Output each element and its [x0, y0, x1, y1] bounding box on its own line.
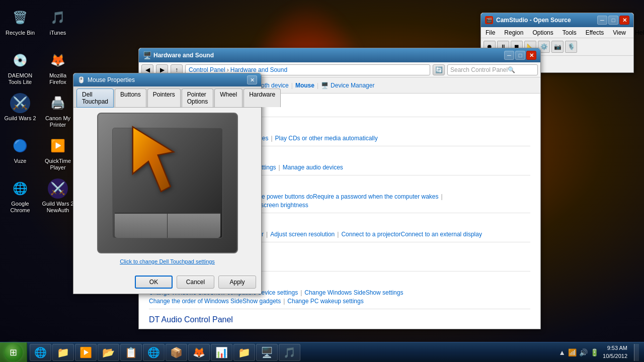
- cs-tool-camera[interactable]: 📷: [551, 41, 564, 53]
- tab-wheel[interactable]: Wheel: [214, 88, 243, 107]
- sideshow-sep-1: |: [300, 289, 302, 296]
- mouse-dialog-close-button[interactable]: ✕: [247, 75, 257, 84]
- tray-network-icon[interactable]: 📶: [568, 348, 577, 356]
- cs-menu-file[interactable]: File: [484, 28, 497, 37]
- guild-wars-icon[interactable]: ⚔️ Guild Wars 2: [3, 90, 38, 131]
- display-external-link[interactable]: Connect to an external display: [401, 231, 482, 238]
- itunes-icon[interactable]: 🎵 iTunes: [40, 5, 75, 45]
- touchpad-settings-link[interactable]: Click to change Dell Touchpad settings: [120, 258, 215, 264]
- breadcrumb-hardware-sound[interactable]: Hardware and Sound: [230, 66, 287, 73]
- taskbar-media[interactable]: ▶️: [75, 344, 97, 361]
- vuze-img: 🔵: [10, 136, 30, 156]
- chrome-icon[interactable]: 🌐 Google Chrome: [3, 176, 38, 216]
- taskbar-app5[interactable]: 📋: [120, 344, 142, 361]
- display-resolution-link[interactable]: Adjust screen resolution: [270, 231, 335, 238]
- taskbar-ie[interactable]: 🌐: [30, 344, 51, 361]
- touchpad-left-button[interactable]: [115, 214, 168, 238]
- camstudio-menu: File Region Options Tools Effects View H…: [481, 27, 633, 38]
- cs-tool-mic[interactable]: 🎙️: [565, 41, 577, 53]
- cs-menu-options[interactable]: Options: [530, 28, 555, 37]
- cs-menu-help[interactable]: Help: [633, 28, 644, 37]
- desktop-icons-container: 🗑️ Recycle Bin 🎵 iTunes 💿 DAEMON Tools L…: [3, 5, 75, 216]
- cs-menu-region[interactable]: Region: [502, 28, 525, 37]
- tab-dell-touchpad[interactable]: Dell Touchpad: [76, 88, 114, 108]
- mouse-properties-dialog: 🖱️ Mouse Properties ✕ Dell Touchpad Butt…: [73, 73, 262, 294]
- mouse-dialog-buttons: OK Cancel Apply: [135, 276, 256, 289]
- cs-menu-effects[interactable]: Effects: [584, 28, 606, 37]
- apply-button[interactable]: Apply: [218, 276, 256, 289]
- taskbar-folder2[interactable]: 📂: [98, 344, 119, 361]
- cp-title: Hardware and Sound: [153, 52, 214, 59]
- taskbar-firefox-tb[interactable]: 🦊: [188, 344, 210, 361]
- sideshow-settings-link[interactable]: Change Windows SideShow settings: [304, 289, 403, 296]
- sideshow-wakeup-link[interactable]: Change PC wakeup settings: [287, 298, 363, 305]
- canon-img: 🖨️: [48, 93, 68, 113]
- tab-pointers[interactable]: Pointers: [147, 88, 181, 107]
- breadcrumb-control-panel[interactable]: Control Panel: [189, 66, 225, 73]
- tab-buttons[interactable]: Buttons: [115, 88, 146, 107]
- touchpad-buttons: [115, 213, 220, 238]
- tab-hardware[interactable]: Hardware: [244, 88, 281, 107]
- cs-menu-view[interactable]: View: [611, 28, 628, 37]
- quicktime-icon[interactable]: ▶️ QuickTime Player: [40, 133, 75, 173]
- tab-pointer-options[interactable]: Pointer Options: [182, 88, 213, 107]
- section-dt-audio: DT Audio Control Panel: [149, 315, 530, 324]
- taskbar-explorer[interactable]: 📁: [52, 344, 74, 361]
- itunes-label: iTunes: [50, 30, 66, 36]
- qt-img: ▶️: [48, 136, 68, 156]
- autoplay-play-link[interactable]: Play CDs or other media automatically: [275, 135, 378, 142]
- gw2-newauth-icon[interactable]: ⚔️ Guild Wars 2 NewAuth: [40, 176, 75, 216]
- autoplay-sep: |: [271, 135, 272, 142]
- cancel-button[interactable]: Cancel: [177, 276, 214, 289]
- cp-minimize-button[interactable]: ─: [504, 51, 514, 60]
- tray-power-icon[interactable]: 🔋: [590, 348, 599, 356]
- tray-volume-icon[interactable]: 🔊: [579, 348, 588, 356]
- taskbar-monitor[interactable]: 🖥️: [256, 344, 278, 361]
- device-manager-button[interactable]: 🖥️ Device Manager: [321, 82, 374, 89]
- canon-printer-icon[interactable]: 🖨️ Canon My Printer: [40, 90, 75, 131]
- action-sep-3: |: [291, 82, 293, 89]
- recycle-bin-icon[interactable]: 🗑️ Recycle Bin: [3, 5, 38, 45]
- taskbar-ppt[interactable]: 📊: [211, 344, 232, 361]
- icon-row-2: 💿 DAEMON Tools Lite 🦊 Mozilla Firefox: [3, 48, 75, 88]
- camstudio-maximize-button[interactable]: □: [608, 16, 618, 25]
- cp-refresh-button[interactable]: 🔄: [433, 64, 445, 75]
- cp-titlebar[interactable]: 🖥️ Hardware and Sound ─ □ ✕: [139, 48, 540, 62]
- mouse-dialog-titlebar[interactable]: 🖱️ Mouse Properties ✕: [73, 73, 261, 86]
- taskbar-pkg[interactable]: 📦: [166, 344, 187, 361]
- taskbar-music[interactable]: 🎵: [279, 344, 300, 361]
- mouse-link[interactable]: Mouse: [295, 82, 314, 89]
- cs-menu-tools[interactable]: Tools: [560, 28, 579, 37]
- taskbar: ⊞ 🌐 📁 ▶️ 📂 📋 🌐 📦 🦊 📊 📁 🖥️ 🎵 ▲ 📶 🔊 🔋: [0, 342, 644, 362]
- taskbar-chrome-tb[interactable]: 🌐: [143, 344, 165, 361]
- icon-row-4: 🔵 Vuze ▶️ QuickTime Player: [3, 133, 75, 173]
- camstudio-close-button[interactable]: ✕: [619, 16, 629, 25]
- taskbar-folder3[interactable]: 📁: [233, 344, 255, 361]
- daemon-tools-icon[interactable]: 💿 DAEMON Tools Lite: [3, 48, 38, 88]
- camstudio-titlebar[interactable]: 🎬 CamStudio - Open Source ─ □ ✕: [481, 13, 633, 27]
- system-clock[interactable]: 9:53 AM 10/5/2012: [603, 344, 627, 360]
- start-button[interactable]: ⊞: [0, 342, 27, 363]
- firefox-icon[interactable]: 🦊 Mozilla Firefox: [40, 48, 75, 88]
- ok-button[interactable]: OK: [135, 276, 173, 289]
- power-password-link[interactable]: Require a password when the computer wak…: [313, 193, 438, 200]
- show-desktop-button[interactable]: [634, 344, 639, 361]
- cp-search-box[interactable]: Search Control Panel 🔍: [447, 64, 538, 75]
- cp-close-button[interactable]: ✕: [526, 51, 536, 60]
- sideshow-order-link[interactable]: Change the order of Windows SideShow gad…: [149, 298, 281, 305]
- system-tray: ▲ 📶 🔊 🔋: [558, 348, 599, 356]
- cp-controls: ─ □ ✕: [504, 51, 536, 60]
- sound-manage-link[interactable]: Manage audio devices: [283, 164, 343, 171]
- display-projector-link[interactable]: Connect to a projector: [341, 231, 400, 238]
- camstudio-minimize-button[interactable]: ─: [597, 16, 607, 25]
- clock-time: 9:53 AM: [603, 344, 627, 352]
- touchpad-right-button[interactable]: [168, 214, 220, 238]
- firefox-label: Mozilla Firefox: [41, 72, 75, 85]
- device-mgr-icon: 🖥️: [321, 82, 329, 89]
- cp-maximize-button[interactable]: □: [515, 51, 525, 60]
- start-orb: ⊞: [5, 343, 23, 361]
- tray-up-icon[interactable]: ▲: [558, 348, 566, 356]
- mouse-dialog-tabs: Dell Touchpad Buttons Pointers Pointer O…: [73, 86, 261, 108]
- vuze-icon[interactable]: 🔵 Vuze: [3, 133, 38, 173]
- daemon-label: DAEMON Tools Lite: [3, 72, 37, 85]
